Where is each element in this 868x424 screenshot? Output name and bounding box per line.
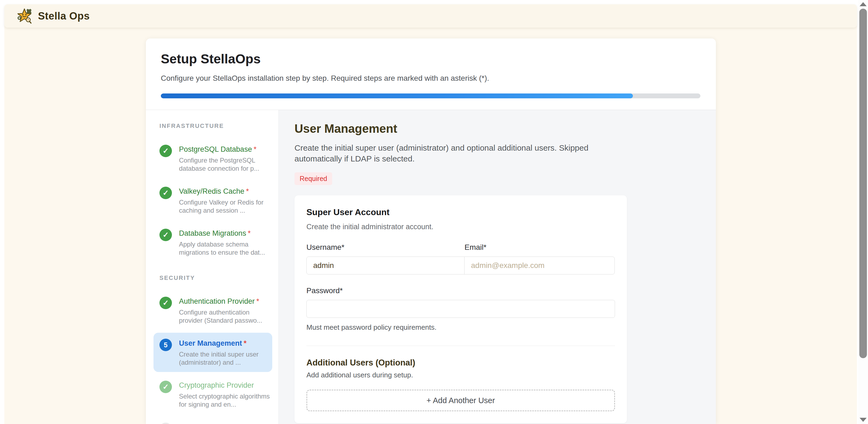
check-circle-icon: ✓ (159, 187, 172, 199)
vertical-scrollbar[interactable] (858, 0, 868, 424)
step-number-badge: 7 (159, 423, 172, 424)
stella-ops-logo-icon (16, 8, 33, 24)
step-description: Configure Valkey or Redis for caching an… (179, 198, 270, 215)
additional-users-title: Additional Users (Optional) (306, 358, 615, 368)
step-description: Create the initial super user (administr… (179, 350, 270, 366)
password-helper-text: Must meet password policy requirements. (306, 323, 615, 332)
app-title: Stella Ops (38, 10, 90, 22)
sidebar-item-postgresql-database[interactable]: ✓ PostgreSQL Database* Configure the Pos… (153, 139, 272, 178)
additional-users-subtitle: Add additional users during setup. (306, 371, 615, 379)
required-asterisk: * (248, 229, 251, 237)
step-description: Select cryptographic algorithms for sign… (179, 392, 270, 409)
email-label: Email* (465, 243, 487, 252)
username-field[interactable] (306, 257, 465, 274)
add-another-user-button[interactable]: + Add Another User (306, 390, 615, 411)
step-number-badge: 5 (159, 339, 172, 351)
setup-progress-bar (161, 94, 701, 98)
setup-wizard-card: Setup StellaOps Configure your StellaOps… (146, 38, 716, 424)
super-user-account-card: Super User Account Create the initial ad… (294, 195, 627, 423)
scrollbar-thumb[interactable] (859, 9, 867, 358)
sidebar-item-secrets-vault[interactable]: 7 Secrets Vault Configure a secrets vaul… (153, 417, 272, 424)
super-user-card-subtitle: Create the initial administrator account… (306, 223, 615, 231)
scroll-up-arrow-icon[interactable] (860, 2, 867, 6)
required-badge: Required (294, 172, 332, 185)
wizard-header: Setup StellaOps Configure your StellaOps… (146, 38, 716, 110)
steps-sidebar: INFRASTRUCTURE ✓ PostgreSQL Database* Co… (146, 110, 279, 424)
step-title: Cryptographic Provider (179, 381, 270, 390)
scroll-down-arrow-icon[interactable] (860, 418, 867, 422)
setup-progress-fill (161, 94, 633, 98)
section-label-security: SECURITY (159, 274, 278, 282)
check-circle-icon: ✓ (159, 229, 172, 241)
step-title: User Management* (179, 339, 270, 348)
sidebar-item-user-management[interactable]: 5 User Management* Create the initial su… (153, 333, 272, 372)
step-page-title: User Management (294, 122, 716, 135)
required-asterisk: * (253, 145, 256, 153)
step-title: Valkey/Redis Cache* (179, 187, 270, 196)
page-subtitle: Configure your StellaOps installation st… (161, 74, 700, 83)
top-app-bar: Stella Ops (4, 4, 857, 28)
check-circle-icon: ✓ (159, 145, 172, 157)
password-label: Password* (306, 286, 615, 295)
check-circle-icon: ✓ (159, 381, 172, 393)
sidebar-item-valkey-redis-cache[interactable]: ✓ Valkey/Redis Cache* Configure Valkey o… (153, 181, 272, 220)
step-page-subtitle: Create the initial super user (administr… (294, 142, 606, 164)
required-asterisk: * (256, 297, 259, 305)
step-title: Database Migrations* (179, 229, 270, 238)
email-field[interactable] (464, 257, 615, 274)
required-asterisk: * (246, 187, 249, 195)
super-user-card-title: Super User Account (306, 207, 615, 217)
check-circle-icon: ✓ (159, 297, 172, 309)
password-field[interactable] (306, 300, 615, 318)
step-title: Authentication Provider* (179, 297, 270, 305)
step-description: Apply database schema migrations to ensu… (179, 240, 270, 257)
sidebar-item-authentication-provider[interactable]: ✓ Authentication Provider* Configure aut… (153, 291, 272, 330)
required-asterisk: * (244, 339, 247, 347)
step-description: Configure authentication provider (Stand… (179, 308, 270, 325)
username-label: Username* (306, 243, 465, 252)
step-content-panel: User Management Create the initial super… (279, 110, 716, 424)
step-title: PostgreSQL Database* (179, 145, 270, 154)
section-label-infrastructure: INFRASTRUCTURE (159, 123, 278, 130)
sidebar-item-database-migrations[interactable]: ✓ Database Migrations* Apply database sc… (153, 223, 272, 262)
sidebar-item-cryptographic-provider[interactable]: ✓ Cryptographic Provider Select cryptogr… (153, 375, 272, 414)
page-title: Setup StellaOps (161, 52, 700, 66)
step-description: Configure the PostgreSQL database connec… (179, 156, 270, 172)
